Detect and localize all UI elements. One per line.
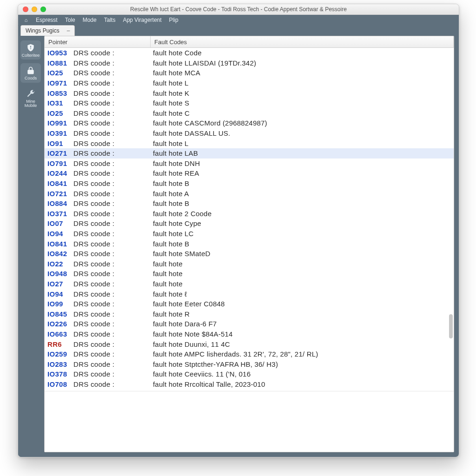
row-drs-label: DRS coode :	[73, 270, 149, 278]
row-id: IO841	[45, 240, 73, 248]
row-id: IO841	[45, 179, 73, 187]
row-fault-text: fault hote Stptcther-YAFRA HB, 36/ H3)	[149, 360, 454, 368]
sidebar-item-label: Mine Mobile	[20, 99, 41, 108]
row-drs-label: DRS coode :	[73, 260, 149, 268]
table-row[interactable]: IO971DRS coode :fault hote L	[45, 78, 454, 88]
table-row[interactable]: IO842DRS coode :fault hote SMateD	[45, 249, 454, 259]
table-row[interactable]: IO791DRS coode :fault hote DNH	[45, 159, 454, 169]
tab-label: Wings Pugics	[26, 27, 60, 34]
row-fault-text: fault hote 2 Coode	[149, 210, 454, 218]
table-row[interactable]: IO99DRS coode :fault hote Eeter C0848	[45, 299, 454, 309]
table-row[interactable]: IO845DRS coode :fault hote R	[45, 309, 454, 319]
table-row[interactable]: IO244DRS coode :fault hote REA	[45, 168, 454, 178]
menu-item-app[interactable]: App Viragertent	[119, 17, 165, 23]
tab-wings-pugics[interactable]: Wings Pugics –	[20, 25, 75, 36]
menu-item-talts[interactable]: Talts	[100, 17, 119, 23]
table-row[interactable]: IO07DRS coode :fault hote Cype	[45, 218, 454, 229]
row-drs-label: DRS coode :	[73, 69, 149, 77]
table-row[interactable]: IO663DRS coode :fault hote Note $84A-514	[45, 329, 454, 339]
row-fault-text: fault hote B	[149, 199, 454, 207]
table-row[interactable]: IO22DRS coode :fault hote	[45, 258, 454, 269]
window-controls	[23, 7, 46, 12]
sidebar-item-coods[interactable]: Coods	[20, 63, 41, 82]
table-row[interactable]: IO884DRS coode :fault hote B	[45, 198, 454, 209]
scrollbar[interactable]	[449, 50, 453, 389]
table-row[interactable]: IO94DRS coode :fault hote LC	[45, 229, 454, 239]
row-id: IO259	[45, 350, 73, 358]
row-id: IO25	[45, 109, 73, 117]
row-fault-text: fault hote L	[149, 139, 454, 147]
table-row[interactable]: IO881DRS coode :fault hote LLAISDAI (19T…	[45, 58, 454, 68]
row-drs-label: DRS coode :	[73, 280, 149, 288]
row-drs-label: DRS coode :	[73, 190, 149, 198]
zoom-icon[interactable]	[40, 7, 46, 12]
row-fault-text: fault hote DNH	[149, 159, 454, 167]
row-fault-text: fault hote	[149, 280, 454, 288]
sidebar-item-label: Coods	[25, 76, 37, 80]
row-fault-text: fault hote Ceeviics. 11 ('N, 016	[149, 370, 454, 378]
table-row[interactable]: IO31DRS coode :fault hote S	[45, 98, 454, 108]
table-row[interactable]: IO27DRS coode :fault hote	[45, 279, 454, 289]
sidebar-item-mine-mobile[interactable]: Mine Mobile	[20, 86, 41, 110]
row-fault-text: fault hote DASSALL US.	[149, 129, 454, 137]
table-row[interactable]: IO953DRS coode :fault hote Code	[45, 48, 454, 58]
row-fault-text: fault hote Cype	[149, 219, 454, 227]
table-row[interactable]: IO378DRS coode :fault hote Ceeviics. 11 …	[45, 369, 454, 379]
minimize-icon[interactable]	[32, 7, 37, 12]
row-id: IO91	[45, 139, 73, 147]
table-row[interactable]: IO25DRS coode :fault hote C	[45, 108, 454, 119]
menu-item-plip[interactable]: Plip	[165, 17, 182, 23]
menu-item-expresst[interactable]: Espresst	[32, 17, 61, 23]
sidebar-tools: Colteritee Coods Mine Mobile	[18, 26, 43, 457]
table-row[interactable]: IO283DRS coode :fault hote Stptcther-YAF…	[45, 359, 454, 369]
menu-item-mode[interactable]: Mode	[79, 17, 100, 23]
column-header-pointer[interactable]: Pointer	[45, 36, 151, 47]
table-row[interactable]: IO708DRS coode :fault hote Rrcoltical Ta…	[45, 379, 454, 390]
table-row[interactable]: IO841DRS coode :fault hote B	[45, 238, 454, 249]
row-drs-label: DRS coode :	[73, 219, 149, 227]
menu-home-icon[interactable]: ⌂	[20, 17, 32, 23]
row-fault-text: fault hote Eeter C0848	[149, 300, 454, 308]
table-row[interactable]: IO259DRS coode :fault hote AMPC lisherda…	[45, 349, 454, 359]
row-drs-label: DRS coode :	[73, 129, 149, 137]
row-drs-label: DRS coode :	[73, 380, 149, 388]
table-row[interactable]: IO853DRS coode :fault hote K	[45, 88, 454, 98]
row-drs-label: DRS coode :	[73, 99, 149, 107]
close-icon[interactable]	[23, 7, 28, 12]
row-fault-text: fault hote ℓ	[149, 290, 454, 298]
row-id: IO845	[45, 310, 73, 318]
row-drs-label: DRS coode :	[73, 139, 149, 147]
tab-collapse-icon[interactable]: –	[67, 27, 70, 34]
table-row[interactable]: IO721DRS coode :fault hote A	[45, 188, 454, 198]
table-row[interactable]: IO91DRS coode :fault hote L	[45, 138, 454, 148]
table-row[interactable]: IO371DRS coode :fault hote 2 Coode	[45, 209, 454, 219]
row-drs-label: DRS coode :	[73, 109, 149, 117]
table-row[interactable]: IO948DRS coode :fault hote	[45, 269, 454, 279]
row-drs-label: DRS coode :	[73, 89, 149, 97]
table-row[interactable]: IO226DRS coode :fault hote Dara-6 F7	[45, 319, 454, 329]
sidebar-item-label: Colteritee	[22, 53, 40, 58]
scrollbar-thumb[interactable]	[449, 314, 453, 338]
column-header-fault[interactable]: Fault Codes	[151, 36, 454, 47]
sidebar-item-colteritee[interactable]: Colteritee	[20, 40, 41, 60]
row-drs-label: DRS coode :	[73, 49, 149, 57]
row-fault-text: fault hote REA	[149, 169, 454, 177]
row-fault-text: fault hote	[149, 260, 454, 268]
row-drs-label: DRS coode :	[73, 250, 149, 258]
row-fault-text: fault hote L	[149, 79, 454, 87]
row-fault-text: fault hote MCA	[149, 69, 454, 77]
row-fault-text: fault hote C	[149, 109, 454, 117]
table-row[interactable]: IO25DRS coode :fault hote MCA	[45, 68, 454, 78]
table-row[interactable]: IO271DRS coode :fault hote LAB	[45, 148, 454, 159]
row-drs-label: DRS coode :	[73, 330, 149, 338]
table-row[interactable]: IO991DRS coode :fault hote CASCMord (296…	[45, 118, 454, 128]
table-row[interactable]: IO391DRS coode :fault hote DASSALL US.	[45, 128, 454, 139]
row-fault-text: fault hote SMateD	[149, 250, 454, 258]
menu-item-tole[interactable]: Tole	[61, 17, 79, 23]
table-row[interactable]: RR6DRS coode :fault hote Duunxi, 11 4C	[45, 339, 454, 349]
row-id: IO708	[45, 380, 73, 388]
table-row[interactable]: IO841DRS coode :fault hote B	[45, 178, 454, 189]
row-id: IO884	[45, 199, 73, 207]
menubar: ⌂ Espresst Tole Mode Talts App Viragerte…	[18, 15, 459, 26]
table-row[interactable]: IO94DRS coode :fault hote ℓ	[45, 289, 454, 299]
